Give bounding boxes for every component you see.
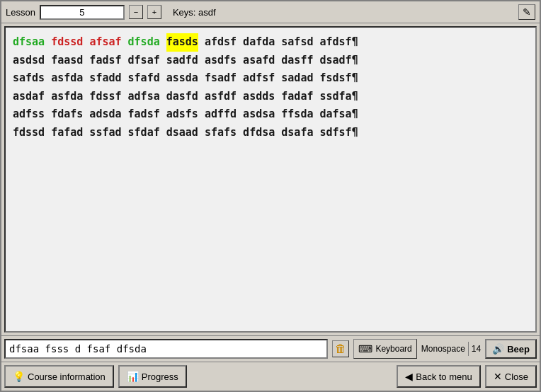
keyboard-icon: ⌨	[358, 343, 372, 354]
close-label: Close	[505, 371, 528, 382]
course-info-label: Course information	[28, 371, 106, 382]
beep-label: Beep	[507, 344, 530, 354]
speaker-icon: 🔊	[492, 343, 504, 354]
minus-button[interactable]: −	[129, 5, 143, 19]
word-afsaf: afsaf	[89, 33, 121, 52]
text-line: dfsaa fdssd afsaf dfsda fasds afdsf dafd…	[13, 33, 528, 52]
text-line: asdsd faasd fadsf dfsaf sadfd asdfs asaf…	[13, 52, 528, 70]
keys-label: Keys: asdf	[173, 7, 216, 18]
close-icon: ✕	[494, 371, 502, 382]
progress-button[interactable]: 📊 Progress	[118, 365, 187, 388]
back-to-menu-button[interactable]: ◀ Back to menu	[397, 365, 481, 388]
lesson-input[interactable]	[40, 5, 125, 20]
info-icon: 💡	[13, 371, 25, 382]
back-icon: ◀	[405, 371, 413, 382]
font-size: 14	[472, 344, 481, 354]
text-display: dfsaa fdssd afsaf dfsda fasds afdsf dafd…	[4, 26, 537, 333]
clear-icon: 🗑	[335, 342, 346, 355]
beep-button[interactable]: 🔊 Beep	[485, 339, 537, 359]
main-window: Lesson − + Keys: asdf ✎ dfsaa fdssd afsa…	[0, 0, 541, 392]
lesson-label: Lesson	[6, 7, 35, 18]
edit-icon: ✎	[523, 6, 531, 18]
edit-button[interactable]: ✎	[518, 4, 535, 20]
back-label: Back to menu	[416, 371, 472, 382]
bottom-bar: 💡 Course information 📊 Progress ◀ Back t…	[1, 362, 540, 391]
text-line: fdssd fafad ssfad sfdaf dsaad sfafs dfds…	[13, 124, 528, 142]
keyboard-label: Keyboard	[375, 344, 411, 354]
text-line: asdaf asfda fdssf adfsa dasfd asfdf asdd…	[13, 88, 528, 106]
topbar: Lesson − + Keys: asdf ✎	[1, 1, 540, 23]
bottom-right-buttons: ◀ Back to menu ✕ Close	[397, 365, 537, 388]
word-fasds: fasds	[166, 33, 198, 52]
close-button[interactable]: ✕ Close	[485, 365, 537, 388]
text-line: safds asfda sfadd sfafd assda fsadf adfs…	[13, 69, 528, 88]
word-fdssd: fdssd	[51, 33, 83, 52]
text-line: adfss fdafs adsda fadsf adsfs adffd asds…	[13, 105, 528, 124]
word-dfsaa: dfsaa	[13, 33, 45, 52]
font-name: Monospace	[421, 344, 465, 354]
input-bar: 🗑 ⌨ Keyboard Monospace 14 🔊 Beep	[1, 335, 540, 362]
course-info-button[interactable]: 💡 Course information	[4, 365, 114, 388]
font-selector: Monospace 14	[421, 342, 481, 356]
clear-button[interactable]: 🗑	[332, 340, 349, 357]
word-dfsda: dfsda	[128, 33, 160, 52]
progress-icon: 📊	[127, 371, 139, 382]
plus-button[interactable]: +	[147, 5, 161, 19]
keyboard-button[interactable]: ⌨ Keyboard	[353, 339, 416, 359]
progress-label: Progress	[142, 371, 178, 382]
font-divider	[468, 342, 469, 356]
typing-input[interactable]	[4, 339, 328, 359]
